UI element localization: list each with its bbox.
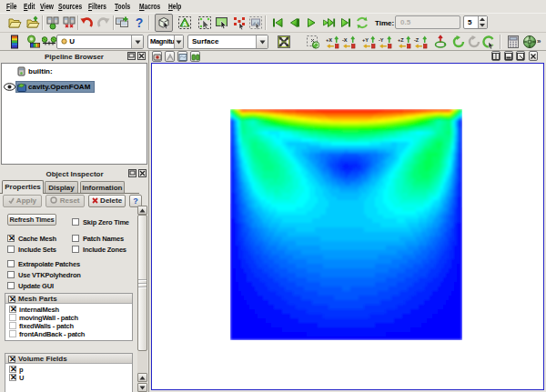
svg-text:A: A — [182, 21, 187, 27]
svg-text:+Y: +Y — [362, 37, 369, 43]
svg-text:-X: -X — [342, 37, 348, 43]
svg-text:+Z: +Z — [398, 37, 404, 43]
svg-text:-Z: -Z — [414, 37, 420, 43]
svg-text:+X: +X — [326, 37, 332, 43]
svg-text:?: ? — [136, 15, 144, 30]
svg-text:-Y: -Y — [379, 37, 384, 43]
